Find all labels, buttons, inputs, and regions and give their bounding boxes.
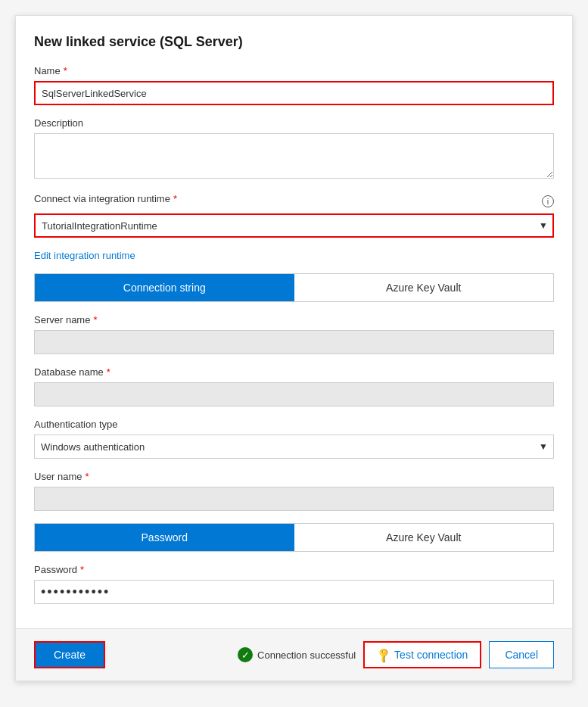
edit-runtime-link[interactable]: Edit integration runtime	[34, 250, 554, 261]
name-input[interactable]	[34, 81, 554, 105]
connection-success-message: ✓ Connection successful	[238, 647, 356, 662]
name-label: Name *	[34, 65, 554, 76]
success-text: Connection successful	[257, 649, 356, 661]
server-name-input[interactable]	[34, 330, 554, 354]
database-name-group: Database name *	[34, 366, 554, 406]
auth-type-group: Authentication type Windows authenticati…	[34, 419, 554, 459]
footer-right: ✓ Connection successful 🔑 Test connectio…	[238, 641, 554, 668]
cancel-button[interactable]: Cancel	[489, 641, 554, 668]
tab-password[interactable]: Password	[35, 524, 294, 551]
runtime-required-star: *	[173, 193, 177, 204]
name-group: Name *	[34, 65, 554, 105]
runtime-select[interactable]: TutorialIntegrationRuntime	[34, 213, 554, 238]
server-required-star: *	[93, 314, 97, 325]
password-group: Password *	[34, 564, 554, 604]
runtime-select-wrapper: TutorialIntegrationRuntime ▼	[34, 213, 554, 238]
description-label: Description	[34, 117, 554, 129]
tab-connection-string[interactable]: Connection string	[35, 274, 294, 301]
password-required-star: *	[80, 564, 84, 575]
connection-tab-group: Connection string Azure Key Vault	[34, 273, 554, 302]
username-required-star: *	[86, 471, 89, 482]
tab-password-azure-key-vault[interactable]: Azure Key Vault	[294, 524, 554, 551]
user-name-group: User name *	[34, 471, 554, 511]
password-tab-group: Password Azure Key Vault	[34, 523, 554, 552]
description-group: Description	[34, 117, 554, 181]
create-button[interactable]: Create	[34, 641, 105, 668]
auth-type-label: Authentication type	[34, 419, 554, 430]
runtime-info-icon[interactable]: i	[542, 195, 554, 207]
server-name-group: Server name *	[34, 314, 554, 354]
success-icon: ✓	[238, 647, 253, 662]
key-icon: 🔑	[375, 646, 392, 663]
auth-select-wrapper: Windows authentication SQL authenticatio…	[34, 434, 554, 459]
auth-type-select[interactable]: Windows authentication SQL authenticatio…	[34, 434, 554, 459]
dialog-title: New linked service (SQL Server)	[34, 34, 554, 50]
user-name-input[interactable]	[34, 487, 554, 511]
tab-azure-key-vault[interactable]: Azure Key Vault	[294, 274, 554, 301]
description-input[interactable]	[34, 133, 554, 179]
password-input[interactable]	[34, 580, 554, 604]
test-connection-button[interactable]: 🔑 Test connection	[363, 641, 481, 668]
runtime-group: Connect via integration runtime * i Tuto…	[34, 193, 554, 238]
database-required-star: *	[107, 366, 110, 378]
database-name-input[interactable]	[34, 382, 554, 406]
name-required-star: *	[64, 65, 67, 76]
footer-left: Create	[34, 641, 105, 668]
dialog-footer: Create ✓ Connection successful 🔑 Test co…	[16, 628, 572, 681]
new-linked-service-dialog: New linked service (SQL Server) Name * D…	[15, 15, 573, 681]
